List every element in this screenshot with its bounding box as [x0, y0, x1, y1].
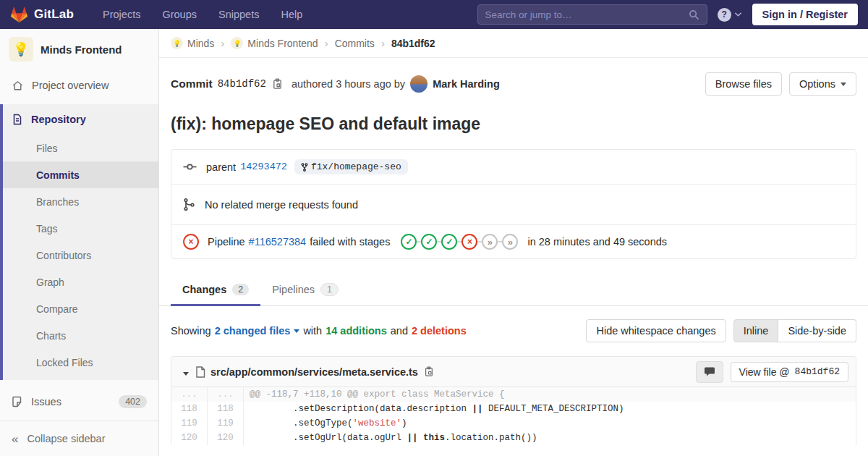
old-line-number[interactable]: 119 [171, 416, 208, 431]
collapse-sidebar-button[interactable]: « Collapse sidebar [0, 421, 158, 456]
breadcrumb-minds-frontend[interactable]: 💡 Minds Frontend [231, 37, 318, 49]
project-sidebar: 💡 Minds Frontend Project overview Reposi… [0, 29, 159, 456]
code-line: .setOgType('website') [244, 416, 856, 431]
sidebar-item-project-overview[interactable]: Project overview [0, 71, 158, 100]
branch-ref-badge[interactable]: fix/homepage-seo [294, 159, 408, 174]
diff-file-path[interactable]: src/app/common/services/meta.service.ts [210, 366, 418, 378]
gitlab-wordmark: GitLab [34, 7, 74, 22]
new-line-number[interactable]: 118 [208, 402, 244, 416]
home-icon [12, 80, 24, 92]
stage-skipped-icon[interactable]: » [502, 234, 518, 250]
angle-double-left-icon: « [12, 433, 18, 445]
copy-path-icon[interactable] [424, 366, 434, 377]
sidebar-item-tags[interactable]: Tags [3, 215, 158, 242]
sidebar-item-charts[interactable]: Charts [3, 322, 158, 349]
side-by-side-view-button[interactable]: Side-by-side [778, 319, 856, 342]
nav-help[interactable]: Help [281, 9, 302, 20]
additions-count: 14 additions [326, 325, 387, 337]
top-navbar: GitLab Projects Groups Snippets Help ? S… [0, 0, 868, 29]
stage-failed-icon[interactable]: × [461, 234, 477, 250]
pipeline-failed-icon: × [183, 234, 199, 250]
pipeline-row: × Pipeline #116527384 failed with stages… [171, 225, 856, 258]
sidebar-item-locked-files[interactable]: Locked Files [3, 349, 158, 376]
author-avatar[interactable] [410, 75, 427, 93]
pipeline-id-link[interactable]: #116527384 [249, 236, 307, 248]
stage-success-icon[interactable]: ✓ [441, 234, 457, 250]
breadcrumb-commits[interactable]: Commits [335, 38, 375, 49]
commit-info-box: parent 14293472 fix/homepage-seo No [171, 149, 856, 259]
sign-in-button[interactable]: Sign in / Register [752, 4, 858, 25]
file-icon [195, 366, 205, 378]
collapse-diff-caret[interactable] [183, 366, 189, 378]
new-line-number[interactable]: 120 [208, 431, 244, 445]
diff-hunk-row: ... ... @@ -118,7 +118,10 @@ export clas… [171, 387, 856, 402]
project-context[interactable]: 💡 Minds Frontend [0, 29, 158, 71]
view-file-button[interactable]: View file @ 84b1df62 [731, 362, 848, 382]
parent-sha-link[interactable]: 14293472 [240, 161, 287, 172]
global-search[interactable] [477, 4, 707, 25]
diff-line: 120 120 .setOgUrl(data.ogUrl || this.loc… [171, 431, 856, 445]
sidebar-item-commits[interactable]: Commits [3, 161, 158, 188]
inline-view-button[interactable]: Inline [733, 319, 779, 342]
breadcrumb-separator: › [221, 37, 224, 49]
stage-success-icon[interactable]: ✓ [421, 234, 437, 250]
changed-files-dropdown[interactable]: 2 changed files [215, 325, 300, 337]
sidebar-item-branches[interactable]: Branches [3, 188, 158, 215]
commit-sha: 84b1df62 [218, 78, 266, 90]
gitlab-logo[interactable]: GitLab [10, 6, 74, 24]
diff-table: ... ... @@ -118,7 +118,10 @@ export clas… [171, 387, 856, 445]
git-commit-icon [183, 160, 197, 174]
commit-authored: authored 3 hours ago by Mark Harding [292, 75, 500, 93]
sidebar-item-files[interactable]: Files [3, 135, 158, 161]
deletions-count: 2 deletions [412, 325, 467, 337]
commit-tabs: Changes 2 Pipelines 1 [159, 274, 868, 306]
sidebar-item-graph[interactable]: Graph [3, 269, 158, 295]
diff-line: 118 118 .setDescription(data.description… [171, 402, 856, 416]
diff-summary-bar: Showing 2 changed files with 14 addition… [159, 306, 868, 356]
git-merge-icon [183, 198, 195, 211]
hunk-header-text: @@ -118,7 +118,10 @@ export class MetaSe… [244, 387, 856, 402]
pipeline-label: Pipeline [208, 236, 245, 248]
sidebar-item-repository[interactable]: Repository [3, 104, 158, 135]
diff-file-card: src/app/common/services/meta.service.ts [171, 356, 856, 445]
new-line-number[interactable]: 119 [208, 416, 244, 431]
pipeline-status-text: failed with stages [310, 236, 390, 248]
nav-projects[interactable]: Projects [103, 9, 140, 20]
issues-count-badge: 402 [119, 395, 147, 408]
old-line-number: ... [171, 387, 208, 402]
tab-pipelines[interactable]: Pipelines 1 [260, 274, 350, 306]
sidebar-item-compare[interactable]: Compare [3, 295, 158, 322]
stage-skipped-icon[interactable]: » [482, 234, 498, 250]
breadcrumb: 💡 Minds › 💡 Minds Frontend › Commits › 8… [159, 29, 868, 58]
main-nav: Projects Groups Snippets Help [103, 9, 302, 20]
old-line-number[interactable]: 120 [171, 431, 208, 445]
comment-bubble-icon [704, 366, 715, 377]
search-icon[interactable] [689, 9, 699, 20]
author-name-link[interactable]: Mark Harding [433, 78, 500, 90]
code-line: .setOgUrl(data.ogUrl || this.location.pa… [244, 431, 856, 445]
project-avatar-small: 💡 [231, 37, 243, 49]
issues-icon [12, 396, 23, 408]
options-dropdown-button[interactable]: Options [789, 72, 856, 96]
new-line-number: ... [208, 387, 244, 402]
tab-changes[interactable]: Changes 2 [171, 274, 260, 306]
help-menu[interactable]: ? [718, 8, 742, 22]
sidebar-item-contributors[interactable]: Contributors [3, 242, 158, 269]
nav-snippets[interactable]: Snippets [218, 9, 259, 20]
breadcrumb-minds[interactable]: 💡 Minds [171, 37, 214, 49]
browse-files-button[interactable]: Browse files [705, 72, 782, 96]
nav-groups[interactable]: Groups [162, 9, 197, 20]
sidebar-item-label: Issues [31, 396, 61, 408]
commit-label: Commit [171, 77, 213, 90]
sidebar-item-issues[interactable]: Issues 402 [0, 386, 158, 418]
diff-line: 119 119 .setOgType('website') [171, 416, 856, 431]
old-line-number[interactable]: 118 [171, 402, 208, 416]
search-input[interactable] [485, 9, 689, 20]
project-avatar: 💡 [9, 37, 33, 62]
stage-success-icon[interactable]: ✓ [401, 234, 417, 250]
changes-count-badge: 2 [232, 284, 249, 295]
hide-whitespace-button[interactable]: Hide whitespace changes [586, 319, 726, 342]
copy-sha-icon[interactable] [272, 78, 283, 90]
help-icon[interactable]: ? [718, 8, 731, 22]
toggle-comments-button[interactable] [696, 361, 723, 383]
